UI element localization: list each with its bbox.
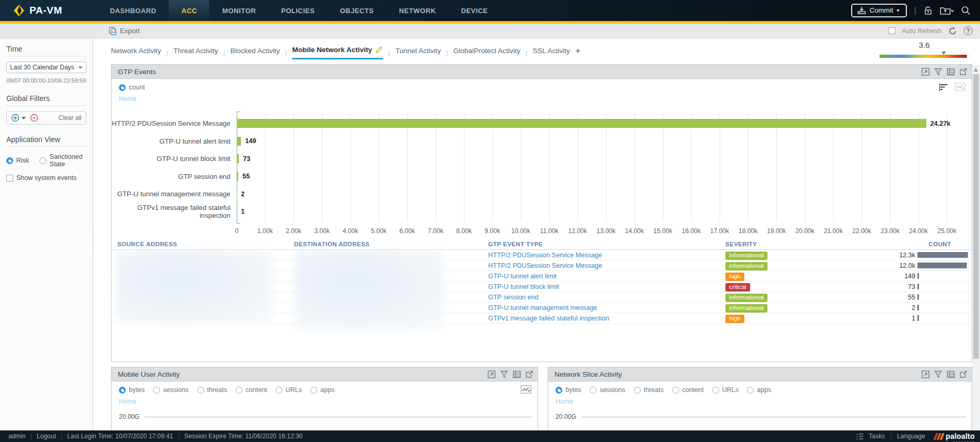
threats-radio[interactable] (197, 387, 204, 394)
tasks-link[interactable]: Tasks (869, 433, 885, 440)
mobile-user-line-chart-icon[interactable] (521, 385, 531, 394)
filter-icon[interactable] (500, 370, 508, 378)
gtp-event-type-link[interactable]: GTP session end (488, 294, 725, 301)
table-view-icon[interactable] (513, 370, 521, 378)
export-panel-icon[interactable] (959, 370, 967, 378)
URLs-radio[interactable] (276, 387, 282, 394)
nav-item-acc[interactable]: ACC (169, 0, 209, 21)
mobile-user-activity-title: Mobile User Activity (118, 370, 180, 378)
chart-bar[interactable] (237, 172, 238, 181)
count-radio[interactable] (119, 84, 126, 91)
bytes-radio[interactable] (555, 387, 562, 394)
chart-bar-row: HTTP/2 PDUSession Service Message24.27k (112, 115, 972, 133)
tab-tunnel-activity[interactable]: Tunnel Activity (396, 47, 441, 59)
table-view-icon[interactable] (947, 370, 955, 378)
table-view-icon[interactable] (947, 68, 955, 76)
line-chart-icon[interactable] (955, 83, 965, 91)
bar-chart-icon[interactable] (939, 83, 948, 91)
gtp-event-type-link[interactable]: HTTP/2 PDUSession Service Message (488, 262, 725, 269)
remove-filter-icon[interactable] (30, 114, 38, 122)
nav-item-device[interactable]: DEVICE (449, 0, 501, 21)
vertical-scrollbar[interactable] (972, 66, 980, 430)
sessions-radio[interactable] (153, 387, 160, 394)
chart-bar-value: 1 (241, 208, 245, 215)
gtp-event-type-link[interactable]: GTP-U tunnel block limit (488, 283, 725, 290)
URLs-radio[interactable] (712, 387, 719, 394)
gtp-event-type-link[interactable]: GTPv1 message failed stateful inspection (488, 315, 725, 322)
show-system-events-checkbox[interactable] (6, 175, 13, 182)
sessions-radio[interactable] (590, 387, 597, 394)
x-tick-label: 19.00k (767, 227, 786, 235)
clear-all-button[interactable]: Clear all (58, 114, 82, 122)
filter-icon[interactable] (934, 68, 942, 76)
chart-bar[interactable] (237, 154, 239, 163)
count-bar (917, 263, 967, 268)
add-filter-icon[interactable] (11, 114, 19, 122)
content-radio[interactable] (672, 387, 679, 394)
commit-button[interactable]: Commit ▾ (851, 4, 907, 17)
save-load-config-icon[interactable] (940, 6, 954, 15)
add-filter-caret-icon[interactable] (22, 117, 26, 119)
chart-bar-row: GTP session end55 (112, 168, 972, 186)
scrollbar-up-arrow-icon[interactable] (974, 68, 978, 72)
threats-radio[interactable] (634, 387, 641, 394)
bytes-radio-label: bytes (565, 386, 581, 394)
export-panel-icon[interactable] (959, 68, 967, 76)
export-panel-icon[interactable] (526, 370, 533, 378)
product-title: PA-VM (29, 5, 62, 16)
maximize-icon[interactable] (488, 370, 496, 378)
nav-item-monitor[interactable]: MONITOR (209, 0, 268, 21)
paloalto-slashes-icon (935, 433, 943, 440)
gtp-event-type-link[interactable]: GTP-U tunnel management message (488, 304, 725, 312)
nav-item-objects[interactable]: OBJECTS (327, 0, 386, 21)
chart-bar[interactable] (237, 119, 926, 128)
bytes-radio[interactable] (119, 387, 126, 394)
tab-ssl-activity[interactable]: SSL Activity (533, 47, 570, 59)
maximize-icon[interactable] (922, 68, 930, 76)
chart-bar[interactable] (237, 137, 241, 146)
time-range-select[interactable]: Last 30 Calendar Days (6, 62, 86, 73)
logout-link[interactable]: Logout (37, 433, 56, 440)
refresh-icon[interactable] (948, 26, 957, 36)
tab-threat-activity[interactable]: Threat Activity (174, 47, 218, 59)
gtp-event-type-link[interactable]: GTP-U tunnel alert limit (488, 273, 725, 280)
auto-refresh-checkbox[interactable] (888, 27, 895, 34)
gtp-event-type-link[interactable]: HTTP/2 PDUSession Service Message (488, 252, 725, 259)
gtp-breadcrumb-home[interactable]: Home (119, 95, 136, 103)
export-button[interactable]: Export (0, 27, 140, 35)
apps-radio[interactable] (310, 387, 317, 394)
chart-type-switcher (939, 83, 965, 91)
risk-radio[interactable] (6, 157, 13, 164)
global-filters-heading: Global Filters (6, 94, 86, 106)
maximize-icon[interactable] (922, 370, 930, 378)
sanctioned-state-radio[interactable] (39, 157, 46, 164)
acc-sidebar: Time Last 30 Calendar Days 09/07 00:00:0… (0, 38, 93, 430)
show-system-events-row: Show system events (6, 174, 86, 182)
chart-x-axis-ticks: 01.00k2.00k3.00k4.00k5.00k6.00k7.00k8.00… (237, 227, 972, 236)
filter-icon[interactable] (934, 370, 942, 378)
tab-blocked-activity[interactable]: Blocked Activity (230, 47, 280, 59)
apps-radio[interactable] (747, 387, 754, 394)
scrollbar-thumb[interactable] (973, 74, 979, 359)
edit-pencil-icon[interactable] (375, 46, 383, 54)
unlock-icon[interactable] (924, 6, 933, 15)
content-radio[interactable] (236, 387, 243, 394)
nav-item-dashboard[interactable]: DASHBOARD (97, 0, 169, 21)
tab-mobile-network-activity[interactable]: Mobile Network Activity (292, 46, 383, 59)
nav-item-network[interactable]: NETWORK (387, 0, 449, 21)
help-icon[interactable]: ? (964, 26, 973, 35)
add-tab-button[interactable]: + (575, 46, 581, 59)
nav-item-policies[interactable]: POLICIES (268, 0, 327, 21)
network-slice-breadcrumb-home[interactable]: Home (555, 398, 573, 405)
commit-label: Commit (870, 6, 893, 14)
network-slice-gridline (581, 417, 966, 417)
tab-network-activity[interactable]: Network Activity (111, 47, 161, 59)
count-value: 73 (908, 283, 915, 290)
search-icon[interactable] (961, 6, 971, 15)
severity-badge: informational (725, 252, 767, 260)
export-icon (109, 27, 117, 35)
threats-radio-label: threats (644, 386, 664, 394)
tab-globalprotect-activity[interactable]: GlobalProtect Activity (453, 47, 521, 59)
mobile-user-breadcrumb-home[interactable]: Home (119, 398, 136, 405)
language-link[interactable]: Language (897, 433, 925, 440)
